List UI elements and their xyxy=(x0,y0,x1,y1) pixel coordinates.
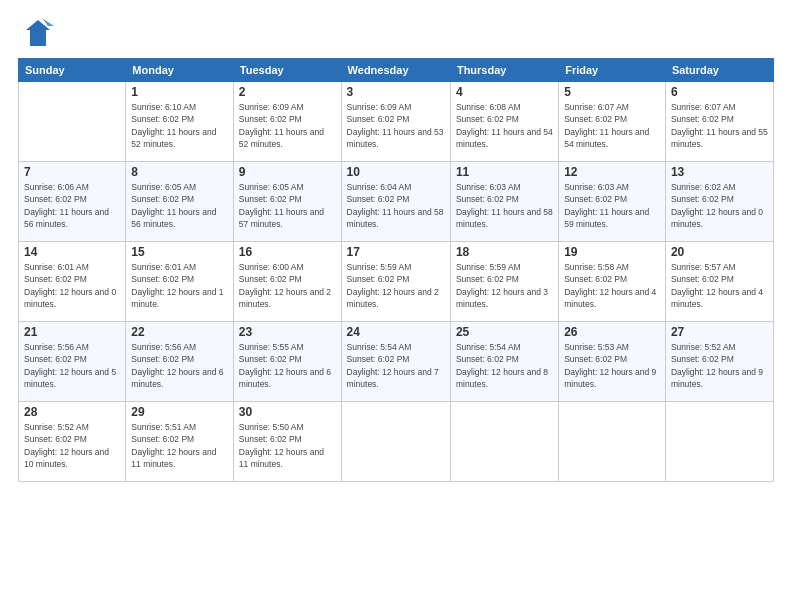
calendar-cell: 24Sunrise: 5:54 AMSunset: 6:02 PMDayligh… xyxy=(341,322,450,402)
day-number: 23 xyxy=(239,325,336,339)
calendar-cell: 5Sunrise: 6:07 AMSunset: 6:02 PMDaylight… xyxy=(559,82,666,162)
calendar-cell: 7Sunrise: 6:06 AMSunset: 6:02 PMDaylight… xyxy=(19,162,126,242)
day-info: Sunrise: 5:54 AMSunset: 6:02 PMDaylight:… xyxy=(456,341,553,390)
day-info: Sunrise: 6:07 AMSunset: 6:02 PMDaylight:… xyxy=(671,101,768,150)
calendar-cell: 8Sunrise: 6:05 AMSunset: 6:02 PMDaylight… xyxy=(126,162,234,242)
day-number: 22 xyxy=(131,325,228,339)
day-info: Sunrise: 6:09 AMSunset: 6:02 PMDaylight:… xyxy=(347,101,445,150)
day-info: Sunrise: 6:05 AMSunset: 6:02 PMDaylight:… xyxy=(131,181,228,230)
calendar-cell: 6Sunrise: 6:07 AMSunset: 6:02 PMDaylight… xyxy=(665,82,773,162)
calendar-cell: 25Sunrise: 5:54 AMSunset: 6:02 PMDayligh… xyxy=(450,322,558,402)
day-info: Sunrise: 6:03 AMSunset: 6:02 PMDaylight:… xyxy=(564,181,660,230)
day-info: Sunrise: 6:07 AMSunset: 6:02 PMDaylight:… xyxy=(564,101,660,150)
calendar-week-row: 21Sunrise: 5:56 AMSunset: 6:02 PMDayligh… xyxy=(19,322,774,402)
calendar-cell xyxy=(19,82,126,162)
calendar-cell: 28Sunrise: 5:52 AMSunset: 6:02 PMDayligh… xyxy=(19,402,126,482)
day-number: 16 xyxy=(239,245,336,259)
day-number: 6 xyxy=(671,85,768,99)
calendar-cell: 17Sunrise: 5:59 AMSunset: 6:02 PMDayligh… xyxy=(341,242,450,322)
day-info: Sunrise: 5:51 AMSunset: 6:02 PMDaylight:… xyxy=(131,421,228,470)
weekday-header-sunday: Sunday xyxy=(19,59,126,82)
day-number: 20 xyxy=(671,245,768,259)
day-info: Sunrise: 5:55 AMSunset: 6:02 PMDaylight:… xyxy=(239,341,336,390)
calendar-cell: 23Sunrise: 5:55 AMSunset: 6:02 PMDayligh… xyxy=(233,322,341,402)
weekday-header-monday: Monday xyxy=(126,59,234,82)
calendar-cell xyxy=(341,402,450,482)
day-info: Sunrise: 6:06 AMSunset: 6:02 PMDaylight:… xyxy=(24,181,120,230)
day-number: 10 xyxy=(347,165,445,179)
day-info: Sunrise: 6:05 AMSunset: 6:02 PMDaylight:… xyxy=(239,181,336,230)
calendar-cell: 4Sunrise: 6:08 AMSunset: 6:02 PMDaylight… xyxy=(450,82,558,162)
day-number: 7 xyxy=(24,165,120,179)
day-number: 12 xyxy=(564,165,660,179)
day-number: 24 xyxy=(347,325,445,339)
calendar-header-row: SundayMondayTuesdayWednesdayThursdayFrid… xyxy=(19,59,774,82)
calendar-cell: 16Sunrise: 6:00 AMSunset: 6:02 PMDayligh… xyxy=(233,242,341,322)
day-number: 9 xyxy=(239,165,336,179)
day-info: Sunrise: 6:00 AMSunset: 6:02 PMDaylight:… xyxy=(239,261,336,310)
calendar-cell: 20Sunrise: 5:57 AMSunset: 6:02 PMDayligh… xyxy=(665,242,773,322)
day-number: 14 xyxy=(24,245,120,259)
day-info: Sunrise: 5:58 AMSunset: 6:02 PMDaylight:… xyxy=(564,261,660,310)
day-number: 15 xyxy=(131,245,228,259)
logo-icon xyxy=(18,16,54,52)
logo xyxy=(18,16,60,52)
calendar-cell: 18Sunrise: 5:59 AMSunset: 6:02 PMDayligh… xyxy=(450,242,558,322)
day-number: 19 xyxy=(564,245,660,259)
calendar-cell: 2Sunrise: 6:09 AMSunset: 6:02 PMDaylight… xyxy=(233,82,341,162)
calendar-cell xyxy=(665,402,773,482)
weekday-header-saturday: Saturday xyxy=(665,59,773,82)
calendar-week-row: 7Sunrise: 6:06 AMSunset: 6:02 PMDaylight… xyxy=(19,162,774,242)
calendar-cell: 19Sunrise: 5:58 AMSunset: 6:02 PMDayligh… xyxy=(559,242,666,322)
day-info: Sunrise: 6:09 AMSunset: 6:02 PMDaylight:… xyxy=(239,101,336,150)
day-info: Sunrise: 5:54 AMSunset: 6:02 PMDaylight:… xyxy=(347,341,445,390)
calendar-cell: 26Sunrise: 5:53 AMSunset: 6:02 PMDayligh… xyxy=(559,322,666,402)
day-info: Sunrise: 6:03 AMSunset: 6:02 PMDaylight:… xyxy=(456,181,553,230)
day-info: Sunrise: 5:56 AMSunset: 6:02 PMDaylight:… xyxy=(131,341,228,390)
day-info: Sunrise: 6:01 AMSunset: 6:02 PMDaylight:… xyxy=(24,261,120,310)
day-info: Sunrise: 5:50 AMSunset: 6:02 PMDaylight:… xyxy=(239,421,336,470)
calendar-table: SundayMondayTuesdayWednesdayThursdayFrid… xyxy=(18,58,774,482)
day-number: 28 xyxy=(24,405,120,419)
calendar-cell: 15Sunrise: 6:01 AMSunset: 6:02 PMDayligh… xyxy=(126,242,234,322)
day-number: 2 xyxy=(239,85,336,99)
day-info: Sunrise: 6:10 AMSunset: 6:02 PMDaylight:… xyxy=(131,101,228,150)
day-number: 21 xyxy=(24,325,120,339)
day-number: 29 xyxy=(131,405,228,419)
day-number: 3 xyxy=(347,85,445,99)
calendar-cell: 11Sunrise: 6:03 AMSunset: 6:02 PMDayligh… xyxy=(450,162,558,242)
day-info: Sunrise: 6:04 AMSunset: 6:02 PMDaylight:… xyxy=(347,181,445,230)
day-info: Sunrise: 5:57 AMSunset: 6:02 PMDaylight:… xyxy=(671,261,768,310)
day-info: Sunrise: 5:52 AMSunset: 6:02 PMDaylight:… xyxy=(24,421,120,470)
calendar-cell: 1Sunrise: 6:10 AMSunset: 6:02 PMDaylight… xyxy=(126,82,234,162)
calendar-cell: 27Sunrise: 5:52 AMSunset: 6:02 PMDayligh… xyxy=(665,322,773,402)
calendar-cell: 13Sunrise: 6:02 AMSunset: 6:02 PMDayligh… xyxy=(665,162,773,242)
day-number: 11 xyxy=(456,165,553,179)
calendar-cell xyxy=(450,402,558,482)
calendar-week-row: 1Sunrise: 6:10 AMSunset: 6:02 PMDaylight… xyxy=(19,82,774,162)
calendar-week-row: 14Sunrise: 6:01 AMSunset: 6:02 PMDayligh… xyxy=(19,242,774,322)
day-number: 17 xyxy=(347,245,445,259)
day-info: Sunrise: 6:02 AMSunset: 6:02 PMDaylight:… xyxy=(671,181,768,230)
calendar-cell: 3Sunrise: 6:09 AMSunset: 6:02 PMDaylight… xyxy=(341,82,450,162)
weekday-header-friday: Friday xyxy=(559,59,666,82)
calendar-cell xyxy=(559,402,666,482)
day-number: 4 xyxy=(456,85,553,99)
weekday-header-wednesday: Wednesday xyxy=(341,59,450,82)
day-info: Sunrise: 5:52 AMSunset: 6:02 PMDaylight:… xyxy=(671,341,768,390)
day-number: 27 xyxy=(671,325,768,339)
calendar-cell: 12Sunrise: 6:03 AMSunset: 6:02 PMDayligh… xyxy=(559,162,666,242)
day-number: 18 xyxy=(456,245,553,259)
calendar-cell: 14Sunrise: 6:01 AMSunset: 6:02 PMDayligh… xyxy=(19,242,126,322)
calendar-cell: 10Sunrise: 6:04 AMSunset: 6:02 PMDayligh… xyxy=(341,162,450,242)
day-number: 30 xyxy=(239,405,336,419)
day-number: 5 xyxy=(564,85,660,99)
day-info: Sunrise: 5:56 AMSunset: 6:02 PMDaylight:… xyxy=(24,341,120,390)
calendar-cell: 9Sunrise: 6:05 AMSunset: 6:02 PMDaylight… xyxy=(233,162,341,242)
day-info: Sunrise: 5:59 AMSunset: 6:02 PMDaylight:… xyxy=(456,261,553,310)
day-info: Sunrise: 5:53 AMSunset: 6:02 PMDaylight:… xyxy=(564,341,660,390)
day-number: 25 xyxy=(456,325,553,339)
day-number: 1 xyxy=(131,85,228,99)
day-info: Sunrise: 6:08 AMSunset: 6:02 PMDaylight:… xyxy=(456,101,553,150)
day-number: 13 xyxy=(671,165,768,179)
